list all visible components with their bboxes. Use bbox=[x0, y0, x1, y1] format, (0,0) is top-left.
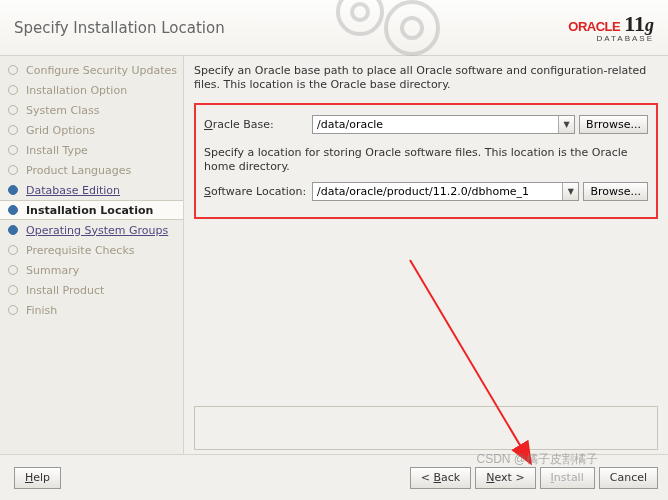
software-location-browse-button[interactable]: Browse... bbox=[583, 182, 648, 201]
step-grid-options[interactable]: Grid Options bbox=[0, 120, 183, 140]
next-button[interactable]: Next > bbox=[475, 467, 535, 489]
desc-software-location: Specify a location for storing Oracle so… bbox=[204, 146, 648, 175]
step-installation-location[interactable]: Installation Location bbox=[0, 200, 183, 220]
software-location-combo[interactable]: ▼ bbox=[312, 182, 579, 201]
desc-oracle-base: Specify an Oracle base path to place all… bbox=[194, 64, 658, 93]
svg-point-2 bbox=[386, 2, 438, 54]
highlighted-inputs-box: Oracle Base: ▼ Brrowse... Specify a loca… bbox=[194, 103, 658, 220]
step-product-languages[interactable]: Product Languages bbox=[0, 160, 183, 180]
oracle-base-browse-button[interactable]: Brrowse... bbox=[579, 115, 648, 134]
step-installation-option[interactable]: Installation Option bbox=[0, 80, 183, 100]
dropdown-arrow-icon[interactable]: ▼ bbox=[562, 183, 578, 200]
step-install-product[interactable]: Install Product bbox=[0, 280, 183, 300]
message-area bbox=[194, 406, 658, 450]
step-summary[interactable]: Summary bbox=[0, 260, 183, 280]
dropdown-arrow-icon[interactable]: ▼ bbox=[558, 116, 574, 133]
svg-point-3 bbox=[402, 18, 422, 38]
step-database-edition[interactable]: Database Edition bbox=[0, 180, 183, 200]
svg-point-1 bbox=[352, 4, 368, 20]
software-location-label: Software Location: bbox=[204, 185, 312, 198]
oracle-base-label: Oracle Base: bbox=[204, 118, 312, 131]
oracle-base-input[interactable] bbox=[313, 116, 558, 133]
wizard-steps-sidebar: Configure Security Updates Installation … bbox=[0, 56, 184, 454]
oracle-base-combo[interactable]: ▼ bbox=[312, 115, 575, 134]
header: Specify Installation Location ORACLE11g … bbox=[0, 0, 668, 56]
back-button[interactable]: < Back bbox=[410, 467, 471, 489]
oracle-logo: ORACLE11g DATABASE bbox=[568, 13, 654, 43]
step-install-type[interactable]: Install Type bbox=[0, 140, 183, 160]
help-button[interactable]: Help bbox=[14, 467, 61, 489]
page-title: Specify Installation Location bbox=[14, 19, 225, 37]
step-security-updates[interactable]: Configure Security Updates bbox=[0, 60, 183, 80]
install-button: Install bbox=[540, 467, 595, 489]
header-gears-deco bbox=[320, 0, 470, 64]
step-system-class[interactable]: System Class bbox=[0, 100, 183, 120]
software-location-input[interactable] bbox=[313, 183, 562, 200]
cancel-button[interactable]: Cancel bbox=[599, 467, 658, 489]
watermark: CSDN @橘子皮割橘子 bbox=[476, 451, 598, 468]
content-pane: Specify an Oracle base path to place all… bbox=[184, 56, 668, 454]
step-finish[interactable]: Finish bbox=[0, 300, 183, 320]
step-prerequisite-checks[interactable]: Prerequisite Checks bbox=[0, 240, 183, 260]
step-os-groups[interactable]: Operating System Groups bbox=[0, 220, 183, 240]
